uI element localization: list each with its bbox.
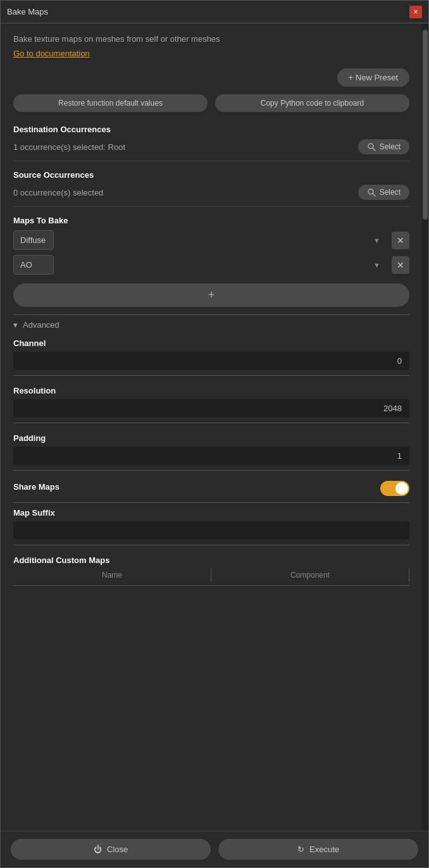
map-dropdown-wrapper-1: AO Diffuse Normal ▼: [13, 255, 387, 275]
advanced-toggle-row[interactable]: ▾ Advanced: [13, 320, 409, 330]
column-name: Name: [13, 571, 211, 580]
destination-select-button[interactable]: Select: [358, 139, 409, 154]
padding-input-wrapper: [13, 447, 409, 465]
map-suffix-input[interactable]: [13, 521, 409, 540]
map-item-1: AO Diffuse Normal ▼ ✕: [13, 255, 409, 275]
remove-map-1-button[interactable]: ✕: [392, 256, 409, 274]
additional-custom-maps-label: Additional Custom Maps: [13, 555, 409, 565]
svg-line-1: [373, 148, 375, 151]
remove-icon-1: ✕: [397, 260, 404, 270]
map-suffix-divider: [13, 545, 409, 545]
channel-field: Channel: [13, 338, 409, 376]
remove-map-0-button[interactable]: ✕: [392, 232, 409, 249]
padding-input[interactable]: [13, 447, 409, 465]
search-icon: [367, 142, 376, 151]
bake-maps-window: Bake Maps × Bake texture maps on meshes …: [0, 0, 429, 868]
map-item-0: Diffuse AO Normal ▼ ✕: [13, 230, 409, 250]
power-icon: ⏻: [94, 845, 102, 854]
share-maps-divider: [13, 502, 409, 503]
doc-link[interactable]: Go to documentation: [13, 49, 90, 58]
padding-divider: [13, 470, 409, 471]
map-dropdown-1[interactable]: AO Diffuse Normal: [13, 255, 54, 275]
scrollbar-thumb: [423, 30, 428, 220]
column-component: Component: [211, 571, 409, 580]
close-window-button[interactable]: ×: [409, 6, 422, 18]
maps-section: Diffuse AO Normal ▼ ✕ AO: [13, 230, 409, 309]
remove-icon-0: ✕: [397, 235, 404, 245]
map-suffix-label: Map Suffix: [13, 508, 409, 518]
share-maps-toggle[interactable]: [380, 481, 409, 496]
advanced-chevron-icon: ▾: [13, 320, 18, 330]
resolution-field: Resolution: [13, 386, 409, 423]
custom-maps-table-header: Name Component: [13, 569, 409, 586]
dropdown-arrow-0: ▼: [373, 237, 380, 244]
destination-value: 1 occurrence(s) selected: Root: [13, 142, 125, 152]
resolution-label: Resolution: [13, 386, 409, 395]
dropdown-arrow-1: ▼: [373, 261, 380, 269]
padding-label: Padding: [13, 433, 409, 443]
maps-label: Maps To Bake: [13, 216, 409, 225]
destination-row: 1 occurrence(s) selected: Root Select: [13, 139, 409, 154]
destination-label: Destination Occurrences: [13, 125, 409, 134]
map-dropdown-0[interactable]: Diffuse AO Normal: [13, 230, 54, 250]
resolution-input-wrapper: [13, 399, 409, 418]
destination-select-label: Select: [380, 142, 401, 151]
source-select-label: Select: [380, 188, 401, 197]
resolution-input[interactable]: [13, 399, 409, 418]
source-label: Source Occurrences: [13, 170, 409, 180]
scrollbar[interactable]: [422, 23, 428, 831]
window-title: Bake Maps: [7, 7, 48, 16]
content-area: Bake texture maps on meshes from self or…: [1, 23, 428, 831]
padding-field: Padding: [13, 433, 409, 471]
title-bar: Bake Maps ×: [1, 1, 428, 23]
channel-input[interactable]: [13, 352, 409, 370]
main-content: Bake texture maps on meshes from self or…: [1, 23, 422, 831]
channel-divider: [13, 375, 409, 376]
toggle-knob: [395, 482, 408, 495]
separator-1: [13, 314, 409, 315]
svg-line-3: [373, 194, 375, 196]
toolbar-row: + New Preset: [13, 68, 409, 87]
footer: ⏻ Close ↻ Execute: [1, 831, 428, 867]
execute-button[interactable]: ↻ Execute: [218, 839, 418, 860]
description-text: Bake texture maps on meshes from self or…: [13, 34, 409, 45]
map-dropdown-wrapper-0: Diffuse AO Normal ▼: [13, 230, 387, 250]
source-value: 0 occurrence(s) selected: [13, 188, 103, 197]
copy-python-button[interactable]: Copy Python code to clipboard: [215, 94, 409, 112]
table-divider-2: [409, 569, 409, 581]
share-maps-label: Share Maps: [13, 482, 59, 492]
add-map-button[interactable]: +: [13, 283, 409, 307]
channel-input-wrapper: [13, 352, 409, 370]
advanced-label: Advanced: [23, 320, 59, 330]
additional-custom-maps: Additional Custom Maps Name Component: [13, 555, 409, 586]
resolution-divider: [13, 423, 409, 423]
close-label: Close: [107, 845, 128, 854]
close-button[interactable]: ⏻ Close: [11, 839, 211, 860]
channel-label: Channel: [13, 338, 409, 348]
source-select-button[interactable]: Select: [358, 185, 409, 200]
search-icon-2: [367, 188, 376, 197]
refresh-icon: ↻: [297, 845, 304, 854]
share-maps-row: Share Maps: [13, 481, 409, 496]
map-suffix-field: Map Suffix: [13, 508, 409, 545]
restore-defaults-button[interactable]: Restore function default values: [13, 94, 208, 112]
action-row: Restore function default values Copy Pyt…: [13, 94, 409, 112]
new-preset-button[interactable]: + New Preset: [337, 68, 409, 87]
execute-label: Execute: [309, 845, 339, 854]
divider-2: [13, 206, 409, 207]
source-row: 0 occurrence(s) selected Select: [13, 185, 409, 200]
divider-1: [13, 161, 409, 161]
